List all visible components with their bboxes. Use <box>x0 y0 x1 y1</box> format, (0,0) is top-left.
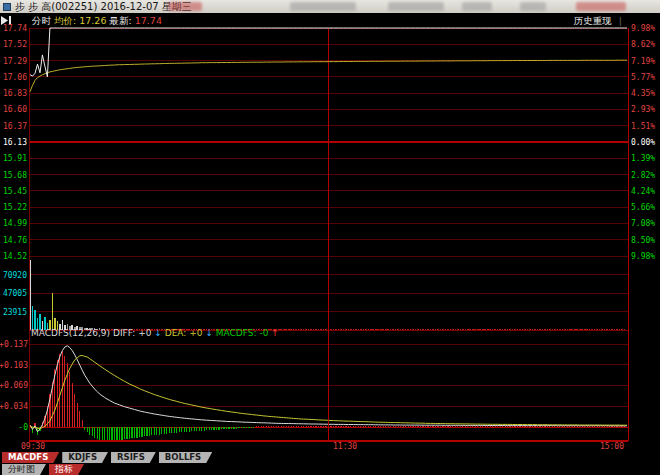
svg-text:+0.137: +0.137 <box>0 340 28 349</box>
view-tabs: 分时图 指标 <box>2 464 84 475</box>
app-window: 步 步 高(002251) 2016-12-07 星期三 分时 均价: 17.2… <box>0 0 660 475</box>
dea-label: DEA: <box>165 328 187 338</box>
svg-text:15.45: 15.45 <box>3 187 27 196</box>
svg-text:14.52: 14.52 <box>3 252 27 261</box>
svg-text:15:00: 15:00 <box>600 442 624 451</box>
diff-label: DIFF: <box>113 328 135 338</box>
svg-text:14.76: 14.76 <box>3 236 27 245</box>
svg-text:4.24%: 4.24% <box>631 187 655 196</box>
svg-text:1.39%: 1.39% <box>631 154 655 163</box>
svg-text:09:30: 09:30 <box>21 442 45 451</box>
svg-text:5.77%: 5.77% <box>631 73 655 82</box>
macd-label: MACDFS: <box>216 328 257 338</box>
svg-text:15.91: 15.91 <box>3 154 27 163</box>
svg-text:8.50%: 8.50% <box>631 236 655 245</box>
svg-text:16.13: 16.13 <box>3 138 27 147</box>
svg-text:16.60: 16.60 <box>3 105 27 114</box>
intraday-chart[interactable]: 17.749.98%17.528.62%17.297.19%17.065.77%… <box>0 0 660 475</box>
svg-text:0.00%: 0.00% <box>631 138 655 147</box>
svg-text:16.83: 16.83 <box>3 89 27 98</box>
svg-text:17.29: 17.29 <box>3 57 27 66</box>
macd-indicator-header: MACDFS(12,26,9) DIFF: +0 ↓ DEA: +0 ↓ MAC… <box>31 329 279 338</box>
svg-text:2.93%: 2.93% <box>631 105 655 114</box>
svg-text:17.74: 17.74 <box>3 24 27 33</box>
tab-intraday-view[interactable]: 分时图 <box>2 464 46 475</box>
svg-text:5.66%: 5.66% <box>631 203 655 212</box>
tab-bollfs[interactable]: BOLLFS <box>159 452 212 463</box>
indicator-tabs: MACDFS KDJFS RSIFS BOLLFS <box>2 452 212 463</box>
svg-text:2.82%: 2.82% <box>631 171 655 180</box>
diff-value: +0 <box>138 328 151 338</box>
svg-text:70920: 70920 <box>3 271 27 280</box>
svg-text:1.51%: 1.51% <box>631 122 655 131</box>
svg-text:+0.034: +0.034 <box>0 402 28 411</box>
svg-text:9.98%: 9.98% <box>631 24 655 33</box>
svg-text:15.22: 15.22 <box>3 203 27 212</box>
svg-text:8.62%: 8.62% <box>631 40 655 49</box>
macd-up-arrow-icon: ↑ <box>271 328 279 338</box>
tab-kdjfs[interactable]: KDJFS <box>62 452 108 463</box>
svg-text:-0: -0 <box>18 423 28 432</box>
svg-text:7.19%: 7.19% <box>631 57 655 66</box>
svg-text:47005: 47005 <box>3 289 27 298</box>
dea-down-arrow-icon: ↓ <box>205 328 213 338</box>
tab-indicator-view[interactable]: 指标 <box>49 464 84 475</box>
svg-text:7.08%: 7.08% <box>631 219 655 228</box>
tab-macdfs[interactable]: MACDFS <box>2 452 59 463</box>
tab-rsifs[interactable]: RSIFS <box>111 452 156 463</box>
macd-formula-label: MACDFS(12,26,9) <box>31 328 110 338</box>
svg-text:11:30: 11:30 <box>333 442 357 451</box>
svg-text:9.98%: 9.98% <box>631 252 655 261</box>
svg-text:+0.103: +0.103 <box>0 361 28 370</box>
svg-text:17.52: 17.52 <box>3 40 27 49</box>
diff-down-arrow-icon: ↓ <box>154 328 162 338</box>
svg-text:16.37: 16.37 <box>3 122 27 131</box>
dea-value: +0 <box>189 328 202 338</box>
svg-text:15.68: 15.68 <box>3 171 27 180</box>
svg-text:+0.069: +0.069 <box>0 381 28 390</box>
macd-value: -0 <box>259 328 268 338</box>
svg-text:17.06: 17.06 <box>3 73 27 82</box>
svg-text:14.99: 14.99 <box>3 219 27 228</box>
svg-text:23915: 23915 <box>3 308 27 317</box>
svg-text:4.35%: 4.35% <box>631 89 655 98</box>
